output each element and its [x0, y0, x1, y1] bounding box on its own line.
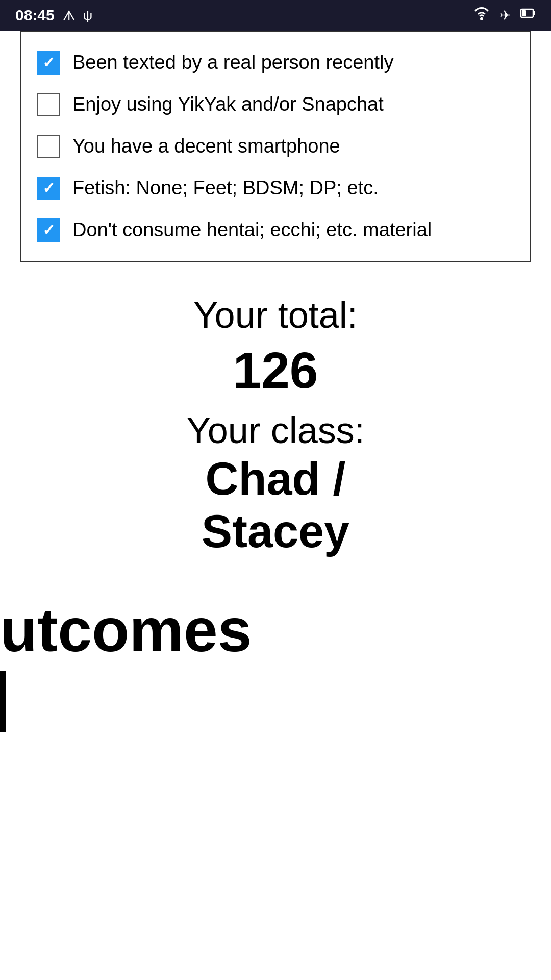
- outcomes-bar: [0, 671, 6, 732]
- checkbox-item-3[interactable]: You have a decent smartphone: [37, 126, 514, 167]
- svg-rect-2: [533, 11, 535, 15]
- outcomes-section: utcomes: [0, 579, 551, 732]
- checkbox-label-1: Been texted by a real person recently: [72, 51, 394, 75]
- svg-point-0: [480, 17, 483, 20]
- checkbox-4[interactable]: ✓: [37, 177, 60, 200]
- status-time: 08:45: [15, 7, 55, 24]
- total-number: 126: [20, 342, 531, 398]
- checkmark-5: ✓: [42, 223, 55, 238]
- checkbox-label-3: You have a decent smartphone: [72, 135, 340, 158]
- total-section: Your total: 126 Your class: Chad /Stacey: [0, 262, 551, 579]
- checkbox-item-2[interactable]: Enjoy using YikYak and/or Snapchat: [37, 84, 514, 126]
- checkbox-label-4: Fetish: None; Feet; BDSM; DP; etc.: [72, 177, 379, 200]
- checkbox-item-4[interactable]: ✓ Fetish: None; Feet; BDSM; DP; etc.: [37, 167, 514, 209]
- checkmark-4: ✓: [42, 181, 55, 196]
- status-right: ✈: [472, 7, 536, 24]
- checkbox-3[interactable]: [37, 135, 60, 158]
- svg-rect-3: [522, 10, 526, 16]
- checkbox-label-2: Enjoy using YikYak and/or Snapchat: [72, 93, 384, 116]
- checkbox-item-1[interactable]: ✓ Been texted by a real person recently: [37, 42, 514, 84]
- checkbox-2[interactable]: [37, 93, 60, 116]
- checkbox-section: ✓ Been texted by a real person recently …: [20, 31, 531, 262]
- checkmark-1: ✓: [42, 55, 55, 70]
- wifi-icon: [472, 7, 491, 24]
- checkbox-1[interactable]: ✓: [37, 51, 60, 75]
- status-left: 08:45 ᗑ ψ: [15, 7, 92, 24]
- battery-icon: [520, 7, 536, 24]
- status-bar: 08:45 ᗑ ψ ✈: [0, 0, 551, 31]
- class-value: Chad /Stacey: [20, 453, 531, 558]
- wave-icon: ψ: [83, 8, 93, 23]
- class-label: Your class:: [20, 408, 531, 452]
- outcomes-title: utcomes: [0, 599, 551, 660]
- total-label: Your total:: [20, 293, 531, 337]
- checkbox-item-5[interactable]: ✓ Don't consume hentai; ecchi; etc. mate…: [37, 209, 514, 251]
- checkbox-5[interactable]: ✓: [37, 218, 60, 242]
- checkbox-label-5: Don't consume hentai; ecchi; etc. materi…: [72, 218, 432, 242]
- airplane-icon: ✈: [500, 8, 511, 23]
- tiktok-icon: ᗑ: [63, 8, 75, 23]
